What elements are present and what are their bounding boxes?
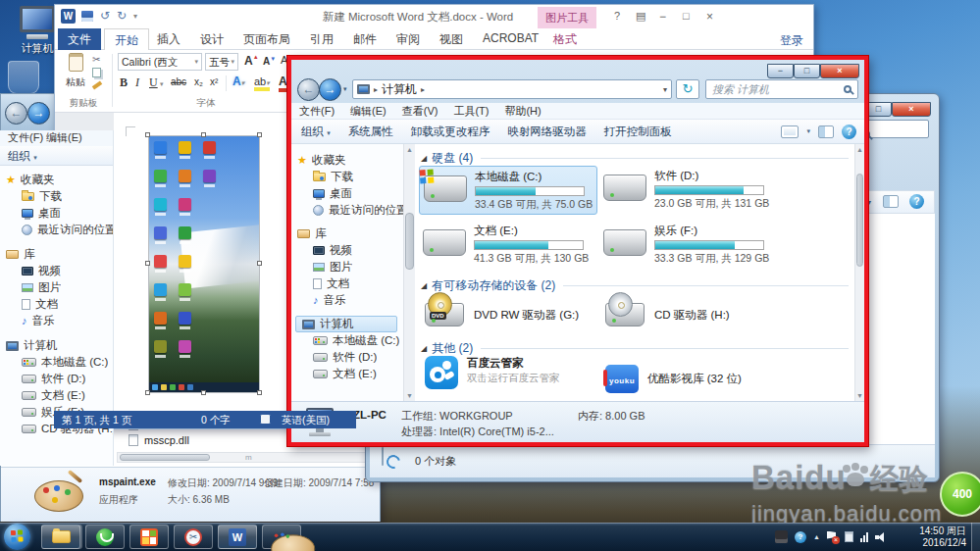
tab-view[interactable]: 视图: [430, 28, 473, 52]
tab-design[interactable]: 设计: [190, 28, 233, 52]
nav-downloads[interactable]: 下载: [0, 188, 113, 205]
tab-file[interactable]: 文件: [58, 28, 101, 50]
nav-desktop[interactable]: 桌面: [0, 205, 113, 222]
italic-button[interactable]: I: [135, 75, 139, 90]
selection-handle[interactable]: [201, 390, 206, 395]
organize-button[interactable]: 组织 ▾: [301, 125, 331, 139]
redo-icon[interactable]: ↻: [117, 9, 127, 23]
cut-icon[interactable]: ✂: [92, 54, 100, 65]
section-header-other[interactable]: ◢其他 (2): [421, 340, 849, 357]
device-tile-cd[interactable]: CD 驱动器 (H:): [599, 295, 778, 334]
back-button[interactable]: ←: [5, 102, 27, 125]
nav-desktop[interactable]: 桌面: [291, 185, 403, 202]
grow-font-button[interactable]: A▲: [244, 54, 259, 68]
scroll-up-icon[interactable]: ▲: [855, 144, 864, 155]
nav-downloads[interactable]: 下载: [291, 169, 403, 185]
text-effects-button[interactable]: A▾: [232, 75, 244, 88]
help-icon[interactable]: ?: [842, 125, 856, 139]
strikethrough-button[interactable]: abc: [171, 76, 186, 87]
sign-in-link[interactable]: 登录: [780, 32, 803, 49]
selection-handle[interactable]: [257, 261, 262, 266]
system-properties-button[interactable]: 系统属性: [348, 125, 393, 139]
nav-drive-c[interactable]: 本地磁盘 (C:): [0, 354, 113, 371]
action-center-icon[interactable]: [827, 531, 838, 543]
menu-tools[interactable]: 工具(T): [453, 104, 489, 119]
maximize-button[interactable]: □: [794, 64, 820, 78]
menu-edit[interactable]: 编辑(E): [350, 104, 387, 119]
history-dropdown-icon[interactable]: ▾: [343, 85, 347, 93]
forward-button[interactable]: →: [27, 102, 50, 125]
superscript-button[interactable]: x²: [210, 76, 218, 87]
ime-icon[interactable]: [775, 530, 788, 543]
language-indicator[interactable]: 英语(美国): [282, 411, 330, 428]
app-tile-youku[interactable]: youku 优酷影视库 (32 位): [599, 356, 786, 401]
drive-tile-e[interactable]: 文档 (E:) 41.3 GB 可用, 共 130 GB: [419, 221, 597, 270]
minimize-icon[interactable]: −: [659, 10, 666, 24]
nav-computer[interactable]: 计算机: [0, 337, 113, 354]
save-icon[interactable]: [81, 11, 93, 22]
section-header-harddisks[interactable]: ◢硬盘 (4): [421, 150, 849, 167]
nav-music[interactable]: ♪音乐: [291, 292, 403, 309]
inserted-desktop-picture[interactable]: [148, 135, 260, 393]
nav-videos[interactable]: 视频: [0, 263, 113, 279]
back-button[interactable]: ←: [297, 78, 320, 101]
font-size-combobox[interactable]: 五号▾: [205, 53, 238, 71]
volume-icon[interactable]: [875, 532, 886, 542]
maximize-button[interactable]: □: [865, 102, 892, 117]
app-tile-baidu[interactable]: 百度云管家 双击运行百度云管家: [419, 356, 597, 401]
nav-documents[interactable]: 文档: [291, 276, 403, 292]
chevron-down-icon[interactable]: ▾: [160, 80, 164, 88]
nav-recent-places[interactable]: 最近访问的位置: [291, 202, 403, 219]
breadcrumb[interactable]: 计算机: [382, 81, 417, 98]
section-header-removable[interactable]: ◢有可移动存储的设备 (2): [421, 277, 849, 294]
nav-pictures[interactable]: 图片: [0, 279, 113, 296]
start-button[interactable]: [4, 524, 30, 550]
tab-acrobat[interactable]: ACROBAT: [473, 28, 548, 49]
nav-favorites[interactable]: ★收藏夹: [291, 152, 403, 169]
word-titlebar[interactable]: W ↺ ↻ ▾ 新建 Microsoft Word 文档.docx - Word…: [55, 5, 813, 28]
open-control-panel-button[interactable]: 打开控制面板: [604, 125, 672, 139]
drive-tile-d[interactable]: 软件 (D:) 23.0 GB 可用, 共 131 GB: [599, 166, 778, 215]
nav-scrollbar[interactable]: ▲ ▼: [403, 144, 415, 401]
chevron-down-icon[interactable]: ▾: [806, 127, 810, 135]
scroll-up-icon[interactable]: ▲: [404, 144, 415, 155]
search-box[interactable]: 搜索 计算机: [705, 79, 858, 99]
nav-drive-c[interactable]: 本地磁盘 (C:): [291, 332, 403, 349]
format-painter-icon[interactable]: [92, 80, 102, 89]
selection-handle[interactable]: [257, 132, 262, 137]
drive-tile-c[interactable]: 本地磁盘 (C:) 33.4 GB 可用, 共 75.0 GB: [419, 166, 597, 215]
help-icon[interactable]: ?: [909, 194, 924, 209]
highlight-button[interactable]: ab▾: [254, 75, 270, 91]
tray-help-icon[interactable]: ?: [795, 531, 806, 543]
nav-recent-places[interactable]: 最近访问的位置: [0, 222, 113, 238]
tab-format[interactable]: 格式: [543, 28, 587, 52]
ribbon-options-icon[interactable]: ▤: [636, 10, 645, 23]
nav-libraries[interactable]: 库: [291, 225, 403, 242]
tab-mailings[interactable]: 邮件: [343, 28, 387, 52]
maximize-icon[interactable]: □: [683, 10, 690, 22]
help-icon[interactable]: ?: [614, 10, 620, 22]
menu-help[interactable]: 帮助(H): [504, 104, 541, 119]
show-hidden-icons[interactable]: ▲: [813, 533, 820, 540]
refresh-button[interactable]: ↻: [676, 79, 699, 99]
device-tile-dvd[interactable]: DVD DVD RW 驱动器 (G:): [419, 295, 597, 334]
nav-libraries[interactable]: 库: [0, 246, 113, 263]
taskbar-notes-button[interactable]: [129, 525, 169, 549]
minimize-button[interactable]: −: [767, 64, 794, 78]
taskbar-paint-button[interactable]: [262, 525, 301, 549]
scrollbar-thumb[interactable]: [120, 454, 210, 461]
close-icon[interactable]: ×: [706, 10, 713, 24]
menu-bar[interactable]: 文件(F) 编辑(E): [0, 130, 113, 146]
map-network-drive-button[interactable]: 映射网络驱动器: [507, 125, 587, 139]
selection-handle[interactable]: [201, 132, 206, 137]
address-bar[interactable]: ▸ 计算机 ▸ ▾: [352, 79, 672, 99]
nav-drive-e[interactable]: 文档 (E:): [0, 387, 113, 404]
qat-dropdown-icon[interactable]: ▾: [133, 12, 137, 21]
word-count[interactable]: 0 个字: [201, 411, 231, 428]
nav-documents[interactable]: 文档: [0, 296, 113, 313]
selection-handle[interactable]: [257, 390, 262, 395]
preview-pane-icon[interactable]: [818, 125, 834, 138]
nav-drive-e[interactable]: 文档 (E:): [291, 366, 403, 382]
preview-pane-icon[interactable]: [883, 195, 899, 208]
font-name-combobox[interactable]: Calibri (西文 ▾: [118, 53, 202, 71]
